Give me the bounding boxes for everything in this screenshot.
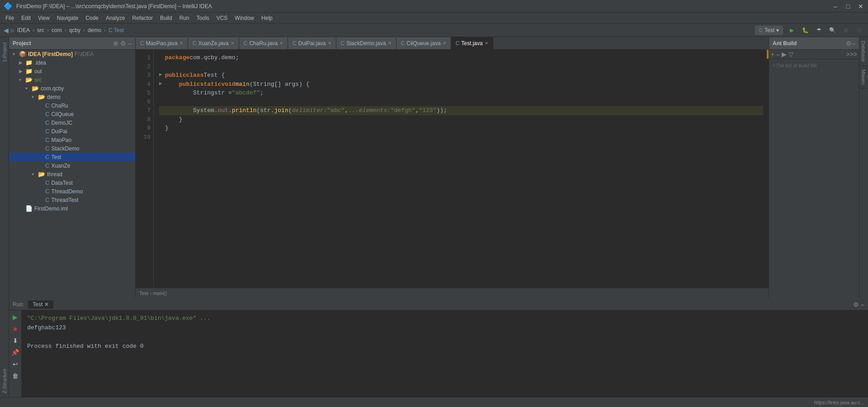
menu-window[interactable]: Window [231, 14, 258, 22]
nav-test[interactable]: C Test [108, 27, 124, 33]
tree-duipai[interactable]: C DuiPai [9, 127, 135, 136]
tree-idea[interactable]: ▶ 📁 .idea [9, 58, 135, 67]
close-xuanze[interactable]: ✕ [231, 41, 234, 46]
structure-strip-tab[interactable]: Z-Structure [1, 365, 8, 397]
tree-out[interactable]: ▶ 📁 out [9, 67, 135, 75]
run-stop-button[interactable]: ■ [10, 324, 20, 334]
tree-charu[interactable]: C ChaRu [9, 101, 135, 110]
nav-qcby[interactable]: qcby [69, 27, 80, 33]
menu-run[interactable]: Run [176, 14, 193, 22]
tree-demo[interactable]: ▾ 📂 demo [9, 93, 135, 101]
code-line-6: ▶ [159, 98, 763, 107]
pin-tab-button[interactable]: 📌 [10, 347, 20, 357]
close-cilqueue[interactable]: ✕ [443, 41, 446, 46]
close-button[interactable]: ✕ [857, 3, 864, 10]
ant-content: <The list of build file [769, 59, 859, 298]
tab-cilqueue[interactable]: C CilQueue.java ✕ [396, 37, 451, 49]
tree-root[interactable]: ▾ 📦 IDEA [FirstDemo] F:\IDEA [9, 50, 135, 58]
ant-expand-icon[interactable]: >>> [846, 51, 857, 58]
close-test[interactable]: ✕ [485, 41, 488, 46]
ant-add-icon[interactable]: + [771, 51, 774, 58]
clear-output-button[interactable]: 🗑 [10, 371, 20, 381]
menu-edit[interactable]: Edit [18, 14, 34, 22]
nav-com[interactable]: com [52, 27, 62, 33]
tab-duipai[interactable]: C DuiPai.java ✕ [288, 37, 336, 49]
right-tab-maven[interactable]: Maven [859, 66, 868, 89]
code-content[interactable]: ▶ package com.qcby.demo; ▶ ▶ public [154, 50, 769, 288]
project-add-icon[interactable]: ⊕ [113, 40, 118, 47]
run-marker-4[interactable]: ▶ [159, 80, 162, 88]
tree-firstdemo-iml[interactable]: 📄 FirstDemo.iml [9, 204, 135, 213]
menu-tools[interactable]: Tools [193, 14, 213, 22]
nav-back-icon[interactable]: ◀ [4, 27, 9, 34]
ant-settings-icon[interactable]: ⚙ [846, 40, 852, 47]
code-line-3: ▶ public class Test { [159, 71, 763, 80]
project-settings-icon[interactable]: ⚙ [120, 40, 126, 47]
wrap-output-button[interactable]: ↩ [10, 359, 20, 369]
run-result-line: defghabc123 [27, 323, 863, 333]
menu-refactor[interactable]: Refactor [129, 14, 156, 22]
ant-remove-icon[interactable]: – [776, 51, 780, 58]
tab-maopao[interactable]: C MaoPao.java ✕ [136, 37, 188, 49]
scroll-to-end-button[interactable]: ⬇ [10, 336, 20, 346]
search-everywhere-button[interactable]: 🔍 [827, 25, 837, 35]
close-stackdemo[interactable]: ✕ [388, 41, 392, 46]
tree-threaddemo[interactable]: C ThreadDemo [9, 187, 135, 196]
tree-demojc[interactable]: C DemoJC [9, 118, 135, 127]
tree-stackdemo[interactable]: C StackDemo [9, 144, 135, 153]
project-strip-tab[interactable]: 1:Project [1, 39, 8, 65]
ant-filter-icon[interactable]: ▽ [788, 51, 793, 58]
maximize-button[interactable]: □ [844, 3, 852, 10]
run-marker-3[interactable]: ▶ [159, 71, 162, 79]
close-charu[interactable]: ✕ [279, 41, 283, 46]
app-icon: 🔷 [4, 2, 13, 10]
coverage-button[interactable]: ☂ [814, 25, 824, 35]
run-close-icon[interactable]: – [861, 301, 864, 308]
tab-test[interactable]: C Test.java ✕ [451, 37, 493, 49]
tree-threadtest[interactable]: C ThreadTest [9, 196, 135, 204]
code-line-8: ▶ } [159, 115, 763, 124]
tree-com-qcby[interactable]: ▾ 📂 com.qcby [9, 84, 135, 93]
menu-vcs[interactable]: VCS [213, 14, 231, 22]
nav-src[interactable]: src [37, 27, 44, 33]
tree-maopao[interactable]: C MaoPao [9, 136, 135, 144]
tree-thread[interactable]: ▾ 📂 thread [9, 170, 135, 178]
ant-close-icon[interactable]: – [852, 40, 855, 47]
tab-charu[interactable]: C ChaRu.java ✕ [239, 37, 288, 49]
menu-code[interactable]: Code [82, 14, 102, 22]
menu-help[interactable]: Help [258, 14, 276, 22]
tree-datatest[interactable]: C DataTest [9, 178, 135, 187]
run-config-selector[interactable]: C Test ▾ [755, 26, 783, 35]
nav-forward-icon[interactable]: ▶ [10, 27, 15, 34]
menu-file[interactable]: File [2, 14, 18, 22]
run-button[interactable]: ▶ [787, 25, 797, 35]
tab-xuanze[interactable]: C XuanZe.java ✕ [188, 37, 239, 49]
nav-idea[interactable]: IDEA [17, 27, 30, 33]
ant-run-icon[interactable]: ▶ [782, 51, 787, 58]
menu-build[interactable]: Build [156, 14, 176, 22]
run-settings-icon[interactable]: ⚙ [853, 301, 859, 308]
tree-src[interactable]: ▾ 📂 src [9, 75, 135, 84]
navbar: ◀ ▶ IDEA › src › com › qcby › demo › C T… [0, 23, 868, 37]
run-again-button[interactable]: ▶ [10, 312, 20, 322]
close-duipai[interactable]: ✕ [328, 41, 331, 46]
tree-test[interactable]: C Test [9, 153, 135, 161]
run-tab-close[interactable]: ✕ [44, 301, 49, 308]
titlebar: 🔷 FirstDemo [F:\IDEA] – ...\src\com\qcby… [0, 0, 868, 13]
project-close-icon[interactable]: – [128, 40, 132, 47]
menu-navigate[interactable]: Navigate [53, 14, 82, 22]
tree-cilqueue[interactable]: C CilQueue [9, 110, 135, 118]
tab-stackdemo[interactable]: C StackDemo.java ✕ [336, 37, 396, 49]
debug-button[interactable]: 🐛 [800, 25, 810, 35]
right-tab-database[interactable]: Database [859, 37, 868, 66]
nav-demo[interactable]: demo [88, 27, 101, 33]
run-blank-line [27, 333, 863, 342]
menu-analyze[interactable]: Analyze [102, 14, 129, 22]
ant-panel-header: Ant Build ⚙ – [769, 37, 859, 50]
close-maopao[interactable]: ✕ [179, 41, 183, 46]
tree-xuanze[interactable]: C XuanZe [9, 161, 135, 170]
run-tab[interactable]: Test ✕ [28, 300, 54, 309]
menu-view[interactable]: View [34, 14, 53, 22]
ant-panel-title: Ant Build [773, 40, 846, 47]
minimize-button[interactable]: – [832, 3, 839, 10]
